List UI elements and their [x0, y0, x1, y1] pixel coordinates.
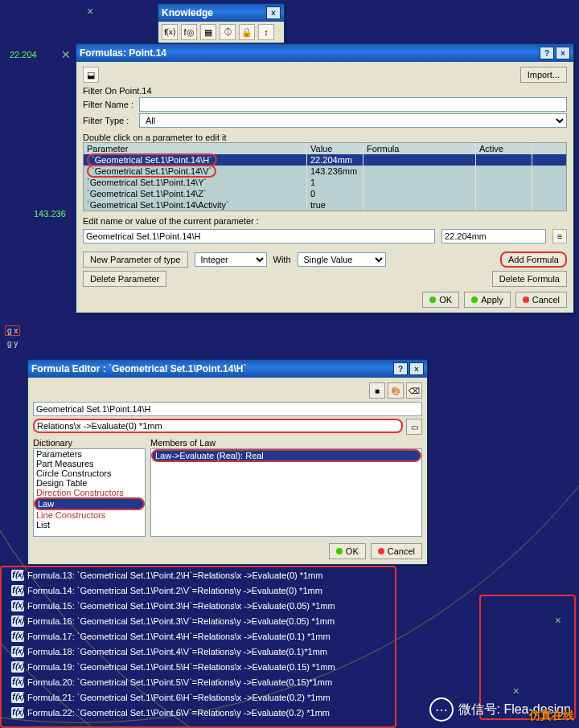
edit-value-input[interactable]	[441, 229, 546, 243]
wechat-icon: ⋯	[429, 697, 454, 722]
fx-icon: f⒳	[11, 692, 24, 703]
dblclick-hint: Double click on a parameter to edit it	[83, 133, 567, 142]
design-table-icon[interactable]: ▦	[200, 24, 216, 40]
filter-on-label: Filter On Point.14	[83, 86, 567, 96]
tree-item[interactable]: f⒳Formula.17: `Geometrical Set.1\Point.4…	[0, 628, 396, 644]
list-item[interactable]: Circle Constructors	[34, 468, 145, 478]
filter-type-label: Filter Type :	[83, 116, 139, 125]
formulas-titlebar[interactable]: Formulas: Point.14 ? ×	[76, 44, 573, 62]
fx-icon: f⒳	[11, 707, 24, 718]
feditor-title: Formula Editor : `Geometrical Set.1\Poin…	[31, 363, 392, 374]
fx-icon: f⒳	[11, 646, 24, 657]
switch-icon[interactable]: ↕	[258, 24, 274, 40]
close-icon[interactable]: ×	[556, 47, 570, 59]
apply-button[interactable]: Apply	[464, 292, 511, 308]
tree-item[interactable]: f⒳Formula.15: `Geometrical Set.1\Point.3…	[0, 598, 396, 613]
help-icon[interactable]: ?	[540, 47, 554, 59]
formula-tree: f⒳Formula.13: `Geometrical Set.1\Point.2…	[0, 567, 396, 720]
tree-item[interactable]: f⒳Formula.13: `Geometrical Set.1\Point.2…	[0, 567, 396, 583]
delete-parameter-button[interactable]: Delete Parameter	[83, 271, 166, 287]
col-active[interactable]: Active	[476, 143, 532, 154]
list-item[interactable]: Part Measures	[34, 459, 145, 468]
members-list[interactable]: Law->Evaluate (Real): Real	[150, 448, 422, 537]
list-item[interactable]: Design Table	[34, 478, 145, 488]
dictionary-label: Dictionary	[33, 438, 146, 448]
import-button[interactable]: Import...	[520, 67, 567, 83]
palette-icon[interactable]: 🎨	[388, 382, 404, 399]
watermark: 仿真在线	[529, 709, 574, 723]
axis-y-label: g y	[5, 338, 20, 349]
tree-item[interactable]: f⒳Formula.21: `Geometrical Set.1\Point.6…	[0, 689, 396, 705]
browse-icon[interactable]: ▭	[406, 419, 422, 435]
close-icon[interactable]: ×	[266, 6, 281, 19]
edit-name-input[interactable]	[83, 229, 435, 243]
cancel-button[interactable]: Cancel	[515, 292, 567, 308]
table-row[interactable]: `Geometrical Set.1\Point.14\V` 143.236mm	[84, 166, 566, 177]
help-icon[interactable]: ?	[393, 362, 408, 375]
fog-icon[interactable]: f◎	[181, 24, 197, 40]
table-row[interactable]: `Geometrical Set.1\Point.14\Y` 1	[84, 177, 566, 188]
dictionary-list[interactable]: Parameters Part Measures Circle Construc…	[33, 448, 146, 537]
parameter-table[interactable]: Parameter Value Formula Active `Geometri…	[83, 142, 567, 211]
col-formula[interactable]: Formula	[363, 143, 476, 154]
fx-icon: f⒳	[11, 585, 24, 596]
knowledge-titlebar[interactable]: Knowledge ×	[158, 4, 284, 22]
dimension-2: 143.236	[34, 209, 66, 219]
cancel-button[interactable]: Cancel	[371, 543, 422, 559]
cad-point: ✕	[61, 48, 71, 61]
fx-icon: f⒳	[11, 616, 24, 627]
ok-button[interactable]: OK	[422, 292, 459, 308]
cad-point: ×	[87, 5, 93, 18]
edit-label: Edit name or value of the current parame…	[83, 216, 567, 226]
fx-icon: f⒳	[11, 631, 24, 642]
param-path-input[interactable]	[33, 402, 422, 416]
tree-item[interactable]: f⒳Formula.20: `Geometrical Set.1\Point.5…	[0, 674, 396, 689]
with-select[interactable]: Single Value	[298, 252, 386, 267]
law-icon[interactable]: ⏀	[220, 24, 236, 40]
fx-icon: f⒳	[11, 600, 24, 611]
ok-button[interactable]: OK	[329, 543, 366, 559]
new-parameter-button[interactable]: New Parameter of type	[83, 252, 188, 268]
list-item-evaluate[interactable]: Law->Evaluate (Real): Real	[151, 449, 421, 462]
param-type-select[interactable]: Integer	[195, 252, 267, 267]
list-item-law[interactable]: Law	[34, 497, 145, 510]
col-value[interactable]: Value	[307, 143, 363, 154]
eraser-icon[interactable]: ⌫	[406, 382, 422, 399]
close-icon[interactable]: ×	[409, 362, 424, 375]
list-item[interactable]: Direction Constructors	[34, 488, 145, 497]
formulas-title: Formulas: Point.14	[80, 47, 538, 59]
table-row[interactable]: `Geometrical Set.1\Point.14\H` 22.204mm	[84, 154, 566, 166]
tree-item[interactable]: f⒳Formula.22: `Geometrical Set.1\Point.6…	[0, 705, 396, 720]
delete-formula-button[interactable]: Delete Formula	[492, 271, 567, 287]
formula-editor-dialog: Formula Editor : `Geometrical Set.1\Poin…	[27, 359, 428, 565]
filter-type-select[interactable]: All	[139, 113, 567, 128]
tree-item[interactable]: f⒳Formula.14: `Geometrical Set.1\Point.2…	[0, 583, 396, 598]
filter-name-input[interactable]	[139, 97, 567, 112]
tree-item[interactable]: f⒳Formula.19: `Geometrical Set.1\Point.5…	[0, 659, 396, 674]
feditor-titlebar[interactable]: Formula Editor : `Geometrical Set.1\Poin…	[28, 360, 427, 378]
tree-item[interactable]: f⒳Formula.18: `Geometrical Set.1\Point.4…	[0, 644, 396, 659]
spinner-icon[interactable]: ≡	[552, 229, 567, 243]
axis-x-label: g x	[5, 325, 20, 336]
fx-icon: f⒳	[11, 677, 24, 688]
col-parameter[interactable]: Parameter	[84, 143, 307, 154]
knowledge-title: Knowledge	[162, 7, 265, 18]
list-item[interactable]: List	[34, 520, 145, 530]
list-item[interactable]: Parameters	[34, 449, 145, 459]
with-label: With	[273, 255, 291, 264]
lock-icon[interactable]: 🔒	[239, 24, 255, 40]
list-item[interactable]: Line Constructors	[34, 510, 145, 520]
incremental-icon[interactable]: ⬓	[83, 67, 99, 83]
knowledge-toolbar: Knowledge × f⒳ f◎ ▦ ⏀ 🔒 ↕	[158, 3, 285, 43]
table-row[interactable]: `Geometrical Set.1\Point.14\Activity` tr…	[84, 199, 566, 211]
palette-icon[interactable]: ■	[369, 382, 385, 399]
filter-name-label: Filter Name :	[83, 100, 139, 109]
fx-icon: f⒳	[11, 570, 24, 581]
tree-item[interactable]: f⒳Formula.16: `Geometrical Set.1\Point.3…	[0, 613, 396, 628]
add-formula-button[interactable]: Add Formula	[500, 252, 567, 268]
expression-input[interactable]	[33, 419, 403, 433]
fx-icon: f⒳	[11, 661, 24, 673]
formula-icon[interactable]: f⒳	[162, 24, 178, 40]
table-row[interactable]: `Geometrical Set.1\Point.14\Z` 0	[84, 188, 566, 199]
formulas-dialog: Formulas: Point.14 ? × ⬓ Import... Filte…	[76, 43, 574, 313]
